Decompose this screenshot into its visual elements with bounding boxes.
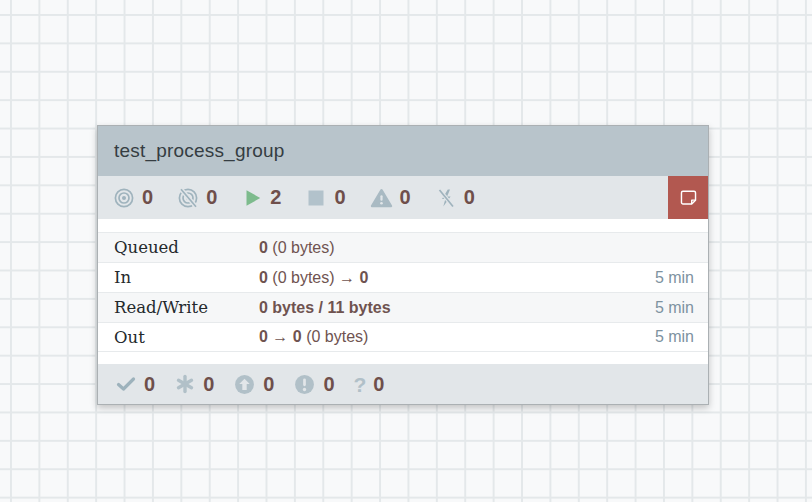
transmitting-count: 0: [142, 186, 153, 209]
comment-note-icon: [679, 188, 698, 207]
arrow-up-circle-icon: [233, 373, 256, 396]
up-to-date-count: 0: [144, 373, 155, 396]
version-item-stale: 0: [233, 373, 274, 396]
stat-label: Read/Write: [98, 298, 259, 317]
status-bar: 0 0 2 0 0 0: [98, 176, 708, 219]
running-icon: [241, 187, 263, 209]
stat-value: 0 bytes / 11 bytes: [259, 299, 655, 317]
stat-row-queued: Queued0 (0 bytes): [98, 232, 708, 262]
version-item-up-to-date: 0: [115, 373, 155, 396]
status-item-stopped: 0: [305, 186, 345, 209]
stat-time-window: 5 min: [655, 269, 708, 287]
running-count: 2: [270, 186, 281, 209]
not-transmitting-icon: [177, 187, 199, 209]
comment-button[interactable]: [668, 176, 708, 219]
question-icon: ?: [354, 374, 367, 395]
invalid-icon: [370, 187, 393, 209]
sync-failure-count: 0: [373, 373, 384, 396]
stat-value: 0 → 0 (0 bytes): [259, 328, 655, 346]
status-item-invalid: 0: [370, 186, 411, 209]
version-state-bar: 0 0 0 0?0: [98, 364, 708, 404]
disabled-icon: [435, 187, 457, 209]
stat-time-window: 5 min: [655, 299, 708, 317]
stat-value: 0 (0 bytes) → 0: [259, 269, 655, 287]
stat-label: In: [98, 268, 259, 287]
invalid-count: 0: [400, 186, 411, 209]
stat-row-out: Out0 → 0 (0 bytes)5 min: [98, 322, 708, 352]
version-item-sync-failure: ?0: [354, 373, 385, 396]
check-icon: [115, 373, 137, 395]
stat-label: Queued: [98, 238, 259, 257]
process-group[interactable]: test_process_group 0 0 2 0 0 0: [97, 125, 709, 405]
status-items: 0 0 2 0 0 0: [113, 186, 475, 209]
version-item-locally-modified-stale: 0: [293, 373, 334, 396]
stat-value: 0 (0 bytes): [259, 239, 694, 257]
status-item-transmitting: 0: [113, 186, 153, 209]
stale-count: 0: [263, 373, 274, 396]
stats-footer-gap: [98, 352, 708, 364]
disabled-count: 0: [464, 186, 475, 209]
stat-label: Out: [98, 328, 259, 347]
stopped-icon: [305, 187, 327, 209]
stats-table: Queued0 (0 bytes)In0 (0 bytes) → 05 minR…: [98, 219, 708, 352]
transmitting-icon: [113, 187, 135, 209]
exclamation-circle-icon: [293, 373, 316, 396]
process-group-header[interactable]: test_process_group: [98, 126, 708, 176]
version-item-locally-modified: 0: [174, 373, 214, 396]
locally-modified-count: 0: [203, 373, 214, 396]
stopped-count: 0: [334, 186, 345, 209]
locally-modified-stale-count: 0: [323, 373, 334, 396]
asterisk-icon: [174, 373, 196, 395]
status-item-running: 2: [241, 186, 281, 209]
stat-row-read-write: Read/Write0 bytes / 11 bytes5 min: [98, 292, 708, 322]
status-item-not-transmitting: 0: [177, 186, 217, 209]
stat-row-in: In0 (0 bytes) → 05 min: [98, 262, 708, 292]
not-transmitting-count: 0: [206, 186, 217, 209]
status-item-disabled: 0: [435, 186, 475, 209]
process-group-title: test_process_group: [114, 140, 284, 162]
canvas-grid[interactable]: test_process_group 0 0 2 0 0 0: [0, 0, 812, 502]
stat-time-window: 5 min: [655, 328, 708, 346]
